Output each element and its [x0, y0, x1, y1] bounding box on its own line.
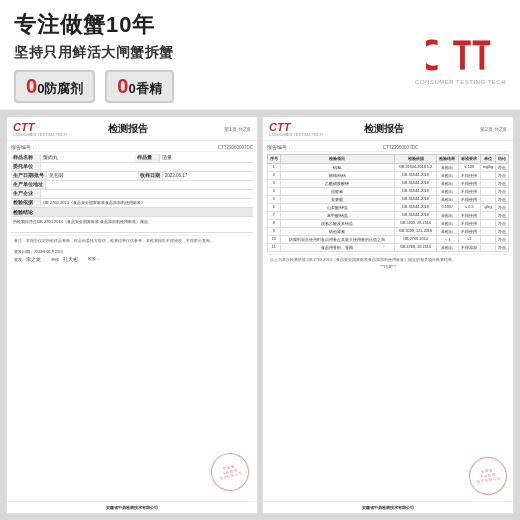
label-commission: 委托单位 [11, 163, 41, 171]
cell-4-4: 不得使用 [458, 195, 480, 203]
cell-4-3: 未检出 [436, 195, 458, 203]
left-report-no: CTT23060007DC [218, 145, 253, 150]
sign-check: 检验： [88, 256, 100, 262]
banner-badges: 00防腐剂 00香精 [14, 70, 174, 103]
zero-1: 0 [26, 75, 37, 97]
left-ctt-sub: CONSUMER TESTING TECH [13, 133, 67, 138]
cell-4-0: 5 [268, 195, 281, 203]
right-footer-note: 以上为本次检测依据 GB 2760-2014《食品安全国家标准食品添加剂使用标准… [267, 254, 509, 264]
table-row: 5安赛蜜GB 31644-2018未检出不得使用符合 [268, 195, 509, 203]
cell-9-4: ≤1 [458, 235, 480, 243]
right-ctt-sub: CONSUMER TESTING TECH [269, 133, 323, 138]
cell-2-4: 不得使用 [458, 179, 480, 187]
label-qty: 样品量 [135, 154, 160, 162]
cell-2-5 [480, 179, 495, 187]
cell-9-3: ＜1 [436, 235, 458, 243]
cell-2-3: 未检出 [436, 179, 458, 187]
cell-8-1: 纳他霉素 [280, 227, 394, 235]
cell-10-0: 11 [268, 243, 281, 251]
cell-5-5: g/kg [480, 203, 495, 211]
col-no: 序号 [268, 154, 281, 163]
reports-section: CTT CONSUMER TESTING TECH 检测报告 第1页 共2页 报… [0, 110, 520, 520]
cell-1-6: 符合 [496, 171, 509, 179]
cell-7-1: 脱氢乙酸及其钠盐 [280, 219, 394, 227]
conclusion-section-title: 检验结论 [11, 208, 253, 217]
cell-9-1: 防腐剂混合使用时各自用量占其最大使用量的比值之和 [280, 235, 394, 243]
right-page-end: ***结束*** [267, 264, 509, 270]
cell-6-2: GB 31644-2018 [395, 211, 437, 219]
cell-2-0: 3 [268, 179, 281, 187]
value-enterprise [41, 190, 253, 198]
cell-9-5 [480, 235, 495, 243]
result-table: 序号 检验项目 检验依据 检验结果 标准要求 单位 结论 1铝/ALGB 316… [267, 154, 509, 252]
cell-6-3: 未检出 [436, 211, 458, 219]
table-row: 2糖精/钠钠GB 31644-2018未检出不得使用符合 [268, 171, 509, 179]
cell-3-1: 甜蜜素 [280, 187, 394, 195]
banner-title: 专注做蟹10年 [14, 10, 174, 40]
right-report-body: 报告编号： CTT23060007DC 序号 检验项目 检验依据 检验结果 标准… [263, 141, 513, 501]
col-standard: 标准要求 [458, 154, 480, 163]
sign-review: 审核：孔天彬 [51, 256, 78, 262]
banner-text: 专注做蟹10年 坚持只用鲜活大闸蟹拆蟹 00防腐剂 00香精 [14, 10, 174, 103]
cell-10-6: 符合 [496, 243, 509, 251]
cell-2-1: 乙酰磺胺酸钾 [280, 179, 394, 187]
value-recv-date: 2023.06.17 [163, 172, 253, 180]
table-row: 3乙酰磺胺酸钾GB 31644-2018未检出不得使用符合 [268, 179, 509, 187]
banner-subtitle: 坚持只用鲜活大闸蟹拆蟹 [14, 44, 174, 62]
left-report-footer: 安徽省中鼎检测技术有限公司 [7, 501, 257, 513]
left-report-number-row: 报告编号： CTT23060007DC [11, 144, 253, 152]
cell-9-2: GB 2760-2014 [395, 235, 437, 243]
left-report-header: CTT CONSUMER TESTING TECH 检测报告 第1页 共2页 [7, 117, 257, 141]
left-report-title: 检测报告 [108, 122, 148, 136]
left-report-page: 第1页 共2页 [224, 126, 251, 132]
cell-9-6: 符合 [496, 235, 509, 243]
cell-0-5: mg/kg [480, 163, 495, 171]
zero-2: 0 [117, 75, 128, 97]
cell-10-2: GB 4789, 10-2016 [395, 243, 437, 251]
sign-issue: 签发：李之龙 [14, 256, 41, 262]
cell-7-6: 符合 [496, 219, 509, 227]
cell-3-6: 符合 [496, 187, 509, 195]
cell-4-1: 安赛蜜 [280, 195, 394, 203]
cell-4-5 [480, 195, 495, 203]
svg-rect-2 [472, 40, 490, 45]
report-left: CTT CONSUMER TESTING TECH 检测报告 第1页 共2页 报… [6, 116, 258, 514]
cell-5-6: 符合 [496, 203, 509, 211]
cell-0-4: ≤ 100 [458, 163, 480, 171]
cell-1-2: GB 31644-2018 [395, 171, 437, 179]
value-date: 见包装 [47, 172, 137, 180]
cell-1-5 [480, 171, 495, 179]
form-row-5: 生产企业 [11, 190, 253, 199]
cell-3-4: 不得使用 [458, 187, 480, 195]
top-banner: 专注做蟹10年 坚持只用鲜活大闸蟹拆蟹 00防腐剂 00香精 [0, 0, 520, 110]
svg-rect-1 [460, 45, 465, 69]
form-row-3: 生产日期/批号 见包装 收样日期 2023.06.17 [11, 172, 253, 181]
left-report-no-label: 报告编号： [11, 145, 36, 150]
cell-6-5 [480, 211, 495, 219]
left-report-body: 报告编号： CTT23060007DC 样品名称 蟹肉丸 样品量 适量 委托单位… [7, 141, 257, 501]
main-logo: CONSUMER TESTING TECH [415, 28, 506, 85]
svg-rect-0 [453, 40, 471, 45]
label-date: 生产日期/批号 [11, 172, 47, 180]
value-sample-name: 蟹肉丸 [41, 154, 135, 162]
cell-10-1: 食品用香料、香精 [280, 243, 394, 251]
table-row: 11食品用香料、香精GB 4789, 10-2016未检出不得添加符合 [268, 243, 509, 251]
right-seal-text: 安徽省中鼎检测技术有限公司 [475, 467, 501, 486]
table-row: 6山梨酸/钾盐GB 31644-20180.1097≤ 0.5g/kg符合 [268, 203, 509, 211]
right-logo-area: CTT CONSUMER TESTING TECH [269, 121, 323, 138]
form-row-conclusion: 所检项目符合GB 2760-2014《食品安全国家标准 食品添加剂使用标准》规定… [11, 217, 253, 233]
cell-2-2: GB 31644-2018 [395, 179, 437, 187]
table-row: 10防腐剂混合使用时各自用量占其最大使用量的比值之和GB 2760-2014＜1… [268, 235, 509, 243]
cell-10-3: 未检出 [436, 243, 458, 251]
cell-5-0: 6 [268, 203, 281, 211]
right-report-page: 第2页 共2页 [480, 126, 507, 132]
cell-3-2: GB 31644-2018 [395, 187, 437, 195]
table-row: 7苯甲酸/钠盐GB 31644-2018未检出不得使用符合 [268, 211, 509, 219]
right-report-number-row: 报告编号： CTT23060007DC [267, 144, 509, 152]
cell-7-5 [480, 219, 495, 227]
form-row-2: 委托单位 [11, 163, 253, 172]
report-right: CTT CONSUMER TESTING TECH 检测报告 第2页 共2页 报… [262, 116, 514, 514]
table-row: 8脱氢乙酸及其钠盐GB 5009, 28-2016未检出不得使用符合 [268, 219, 509, 227]
col-result: 检验结果 [436, 154, 458, 163]
cell-7-3: 未检出 [436, 219, 458, 227]
